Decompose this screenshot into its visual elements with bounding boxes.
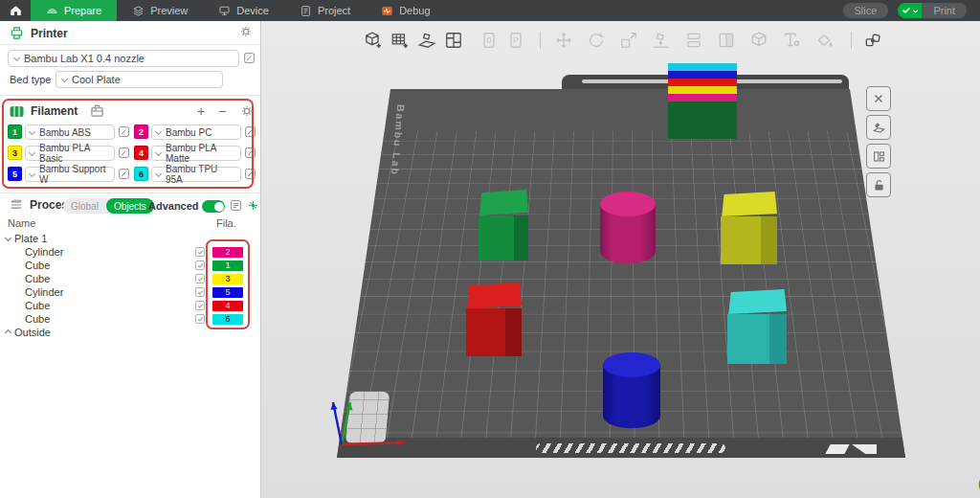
lay-on-face-button[interactable] [650,29,673,52]
add-text-button[interactable] [780,29,803,52]
copy-button[interactable]: 0 [478,29,501,52]
list-item-cylinder[interactable]: Cylinder 2 [0,245,261,259]
object-visible-checkbox[interactable] [195,260,205,270]
filament-swatch-4[interactable]: 4 [134,146,148,160]
object-filament-swatch[interactable]: 4 [212,301,243,311]
color-painting-button[interactable] [813,29,835,52]
tab-prepare[interactable]: Prepare [31,0,117,21]
object-visible-checkbox[interactable] [195,287,205,297]
list-item-cube[interactable]: Cube 4 [0,299,261,312]
filament-swatch-5[interactable]: 5 [8,167,22,181]
tab-debug[interactable]: Debug [366,0,445,21]
filament-swatch-2[interactable]: 2 [134,124,148,139]
assembly-view-button[interactable] [861,29,884,52]
plate-layout-button[interactable] [866,144,891,169]
object-filament-swatch[interactable]: 2 [212,247,243,258]
filament-swatch-3[interactable]: 3 [8,146,22,160]
mesh-boolean-button[interactable] [747,29,770,52]
object-visible-checkbox[interactable] [195,314,205,324]
split-to-parts-button[interactable] [715,29,738,52]
auto-orient-button[interactable] [415,29,438,52]
caret-down-icon[interactable] [5,234,11,240]
tab-label: Device [236,5,269,16]
filament-edit-button-2[interactable] [244,125,256,138]
arrange-icon [444,31,463,50]
caret-right-icon[interactable] [5,328,11,335]
remove-filament-button[interactable]: − [218,104,226,118]
filament-edit-button-5[interactable] [118,168,130,180]
filament-dropdown-4[interactable]: Bambu PLA Matte [151,146,241,161]
list-item-cube[interactable]: Cube 6 [0,312,261,326]
parameter-table-button[interactable] [230,199,242,212]
stripe [668,63,737,71]
printer-preset-dropdown[interactable]: Bambu Lab X1 0.4 nozzle [8,50,239,67]
object-cube-red[interactable] [466,283,522,356]
object-filament-swatch[interactable]: 6 [212,314,243,325]
filament-swatch-1[interactable]: 1 [8,124,22,139]
ams-box-icon[interactable] [90,104,104,118]
bed-type-dropdown[interactable]: Cool Plate [56,71,223,88]
move-tool-button[interactable] [552,29,575,52]
compare-presets-button[interactable] [247,199,259,212]
tab-project[interactable]: Project [284,0,366,21]
filament-settings-button[interactable] [240,104,254,118]
delete-plate-button[interactable] [866,86,891,111]
chevron-down-icon [912,8,919,14]
filament-dropdown-2[interactable]: Bambu PC [151,124,241,140]
scope-objects-button[interactable]: Objects [106,198,154,214]
list-group-plate[interactable]: Plate 1 [0,232,261,245]
object-cylinder-magenta[interactable] [600,192,656,263]
object-filament-swatch[interactable]: 3 [212,274,243,284]
print-button[interactable]: Print [922,3,967,18]
filament-swatch-6[interactable]: 6 [134,167,148,181]
tab-preview[interactable]: Preview [117,0,203,21]
print-dropdown-button[interactable] [898,3,922,18]
object-filament-swatch[interactable]: 1 [212,260,243,271]
filament-dropdown-5[interactable]: Bambu Support W [25,167,115,182]
object-visible-checkbox[interactable] [195,274,205,283]
filament-edit-button-6[interactable] [244,168,256,180]
object-cylinder-blue[interactable] [603,352,660,428]
paste-button[interactable]: P [504,29,527,52]
advanced-toggle[interactable] [202,200,225,213]
3d-viewport[interactable]: 0 P Bambu Lab 01 [261,21,980,498]
printer-settings-button[interactable] [239,25,253,38]
printer-edit-button[interactable] [243,52,256,64]
split-to-objects-button[interactable] [682,29,705,52]
filament-number: 1 [12,127,17,137]
add-object-button[interactable] [362,29,385,52]
stripe [668,71,737,79]
object-visible-checkbox[interactable] [195,247,205,257]
rotate-tool-button[interactable] [585,29,608,52]
list-item-cube[interactable]: Cube 1 [0,259,261,272]
filament-edit-button-4[interactable] [244,147,256,159]
object-name: Cylinder [25,286,63,298]
edit-icon [244,125,256,138]
filament-edit-button-3[interactable] [118,147,130,159]
filament-dropdown-3[interactable]: Bambu PLA Basic [25,146,115,161]
object-striped-cube[interactable] [668,63,737,139]
plate-settings-button[interactable] [866,115,891,140]
home-button[interactable] [0,0,31,21]
object-visible-checkbox[interactable] [195,301,205,310]
filament-section-title: Filament [31,104,78,118]
add-filament-button[interactable]: + [197,104,205,118]
object-cube-green[interactable] [479,190,528,260]
filament-dropdown-6[interactable]: Bambu TPU 95A [151,167,241,182]
scope-global-button[interactable]: Global [63,201,106,212]
slice-button[interactable]: Slice [843,3,889,18]
tab-device[interactable]: Device [203,0,284,21]
object-cube-cyan[interactable] [727,289,787,364]
arrange-button[interactable] [442,29,465,52]
check-icon [197,316,204,323]
lock-plate-button[interactable] [866,172,891,197]
list-group-outside[interactable]: Outside [0,326,261,339]
add-plate-button[interactable] [389,29,412,52]
list-item-cylinder[interactable]: Cylinder 5 [0,285,261,299]
filament-dropdown-1[interactable]: Bambu ABS [25,124,115,140]
object-cube-yellow[interactable] [721,192,777,264]
filament-edit-button-1[interactable] [118,125,130,138]
scale-tool-button[interactable] [617,29,640,52]
list-item-cube[interactable]: Cube 3 [0,272,261,285]
object-filament-swatch[interactable]: 5 [212,287,243,298]
